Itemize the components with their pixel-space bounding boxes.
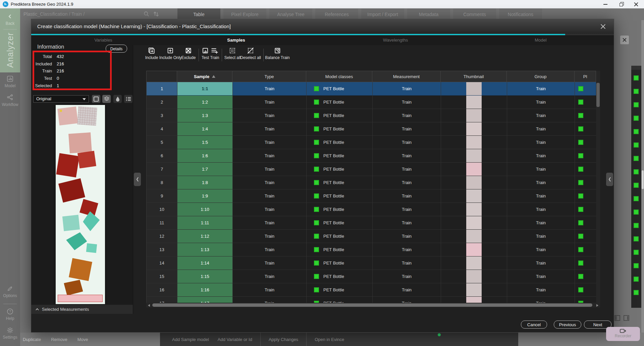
column-header-type[interactable]: Type <box>232 71 306 82</box>
nav-tab-metadata[interactable]: Metadata <box>407 8 450 20</box>
close-window-icon[interactable] <box>629 0 644 8</box>
table-row[interactable]: 91:9TrainPET BottleTrainTrain <box>147 189 600 203</box>
back-button[interactable]: Back <box>0 21 20 26</box>
view-dropdown[interactable]: Original <box>33 95 89 103</box>
layers-view-button[interactable] <box>102 95 111 103</box>
back-chevron-icon[interactable] <box>0 14 20 20</box>
nav-tab-references[interactable]: References <box>315 8 358 20</box>
table-row[interactable]: 111:11TrainPET BottleTrainTrain <box>147 216 600 230</box>
table-row[interactable]: 101:10TrainPET BottleTrainTrain <box>147 203 600 216</box>
toolbar-deselect-all-button[interactable]: Deselect all <box>240 47 261 60</box>
sidebar-item-options[interactable]: Options <box>0 285 20 298</box>
dock-left-icon[interactable] <box>614 315 620 321</box>
scroll-left-icon[interactable] <box>148 304 150 307</box>
toolbar-include-button[interactable]: Include <box>145 47 158 60</box>
dialog-tab-wavelengths[interactable]: Wavelengths <box>383 35 408 45</box>
sidebar-item-help[interactable]: ?Help <box>0 308 20 321</box>
toolbar-exclude-button[interactable]: Exclude <box>181 47 196 60</box>
panel-close-icon[interactable] <box>620 36 629 44</box>
dock-right-icon[interactable] <box>624 315 629 321</box>
cancel-button[interactable]: Cancel <box>521 321 547 329</box>
table-horizontal-scrollbar[interactable] <box>146 303 600 307</box>
bottom-action-apply-changes[interactable]: Apply Changes <box>269 337 298 342</box>
column-header-row-number[interactable] <box>146 71 177 82</box>
table-row[interactable]: 151:15TrainPET BottleTrainTrain <box>147 270 600 283</box>
frame-view-button[interactable] <box>92 95 100 103</box>
toolbar-balance-train-button[interactable]: Balance Train <box>265 47 289 60</box>
nav-tab-notifications[interactable]: Notifications <box>499 8 542 20</box>
contrast-view-button[interactable] <box>113 95 122 103</box>
sample-cell[interactable]: 1:10 <box>177 203 233 216</box>
nav-tab-import-export[interactable]: Import / Export <box>361 8 404 20</box>
toolbar-select-all-button[interactable]: Select all <box>224 47 241 60</box>
sample-cell[interactable]: 1:1 <box>177 82 233 96</box>
sort-arrows-icon[interactable] <box>153 11 160 18</box>
collapse-right-panel-handle[interactable] <box>606 173 613 186</box>
table-row[interactable]: 31:3TrainPET BottleTrainTrain <box>147 109 600 122</box>
sample-cell[interactable]: 1:8 <box>177 176 233 189</box>
dialog-tab-variables[interactable]: Variables <box>94 35 112 45</box>
table-row[interactable]: 131:13TrainPET BottleTrainTrain <box>147 243 600 256</box>
dialog-close-icon[interactable] <box>600 23 606 30</box>
sample-cell[interactable]: 1:14 <box>177 256 233 270</box>
minimize-icon[interactable] <box>598 0 613 8</box>
toolbar-include-only-button[interactable]: Include Only <box>159 47 182 60</box>
right-scrollbar[interactable] <box>641 20 644 333</box>
column-header-thumbnail[interactable]: Thumbnail <box>441 71 507 82</box>
sample-cell[interactable]: 1:6 <box>177 149 233 163</box>
scrollbar-thumb[interactable] <box>596 83 600 107</box>
bottom-action-add-sample-model[interactable]: Add Sample model <box>172 337 209 342</box>
sample-cell[interactable]: 1:16 <box>177 283 233 297</box>
sample-cell[interactable]: 1:4 <box>177 122 233 136</box>
sample-cell[interactable]: 1:9 <box>177 189 233 203</box>
toolbar-test-button[interactable]: Test <box>202 47 209 60</box>
sidebar-item-model[interactable]: Model <box>0 75 20 88</box>
table-row[interactable]: 11:1TrainPET BottleTrainTrain <box>147 82 600 96</box>
table-row[interactable]: 61:6TrainPET BottleTrainTrain <box>147 149 600 163</box>
sample-cell[interactable]: 1:2 <box>177 96 233 109</box>
sample-cell[interactable]: 1:7 <box>177 163 233 176</box>
bottom-action-add-variable-or-id[interactable]: Add Variable or Id <box>218 337 252 342</box>
table-vertical-scrollbar[interactable] <box>596 71 600 303</box>
breadcrumb[interactable]: Plastic_Classification / Train / <box>23 8 85 20</box>
dialog-tab-model[interactable]: Model <box>535 35 546 45</box>
table-row[interactable]: 161:16TrainPET BottleTrainTrain <box>147 283 600 297</box>
selected-measurements-toggle[interactable]: Selected Measurements <box>31 305 133 314</box>
table-row[interactable]: 81:8TrainPET BottleTrainTrain <box>147 176 600 189</box>
sidebar-item-workflow[interactable]: Workflow <box>0 94 20 107</box>
column-header-sample[interactable]: Sample <box>177 71 232 82</box>
table-row[interactable]: 141:14TrainPET BottleTrainTrain <box>147 256 600 270</box>
search-icon[interactable] <box>144 11 150 18</box>
sample-cell[interactable]: 1:3 <box>177 109 233 122</box>
details-button[interactable]: Details <box>106 45 127 53</box>
sidebar-item-settings[interactable]: Settings <box>0 327 20 340</box>
restore-icon[interactable] <box>613 0 629 8</box>
nav-tab-pixel-explore[interactable]: Pixel Explore <box>223 8 266 20</box>
sample-cell[interactable]: 1:15 <box>177 270 233 283</box>
table-row[interactable]: 71:7TrainPET BottleTrainTrain <box>147 163 600 176</box>
bottom-action-open-in-evince[interactable]: Open in Evince <box>315 337 344 342</box>
column-header-model-classes[interactable]: Model classes <box>306 71 372 82</box>
table-row[interactable]: 51:5TrainPET BottleTrainTrain <box>147 136 600 149</box>
nav-tab-table[interactable]: Table <box>177 8 220 20</box>
scrollbar-thumb[interactable] <box>642 170 644 189</box>
sample-cell[interactable]: 1:11 <box>177 216 233 230</box>
nav-tab-comments[interactable]: Comments <box>453 8 496 20</box>
column-header-group[interactable]: Group <box>507 71 575 82</box>
table-row[interactable]: 41:4TrainPET BottleTrainTrain <box>147 122 600 136</box>
sample-cell[interactable]: 1:5 <box>177 136 233 149</box>
sample-cell[interactable]: 1:13 <box>177 243 233 256</box>
toolbar-train-button[interactable]: Train <box>210 47 219 60</box>
list-view-button[interactable] <box>124 95 132 103</box>
dialog-tab-samples[interactable]: Samples <box>227 35 245 45</box>
bottom-action-move[interactable]: Move <box>77 337 88 342</box>
table-row[interactable]: 21:2TrainPET BottleTrainTrain <box>147 96 600 109</box>
table-row[interactable]: 121:12TrainPET BottleTrainTrain <box>147 230 600 243</box>
column-header-measurement[interactable]: Measurement <box>372 71 441 82</box>
collapse-left-panel-handle[interactable] <box>134 173 141 186</box>
recorder-button[interactable]: Recorder <box>606 327 640 341</box>
previous-button[interactable]: Previous <box>554 321 581 329</box>
sample-cell[interactable]: 1:12 <box>177 230 233 243</box>
table-row[interactable]: 171:17TrainPET BottleTrainTrain <box>147 297 600 303</box>
nav-tab-analyse-tree[interactable]: Analyse Tree <box>269 8 312 20</box>
